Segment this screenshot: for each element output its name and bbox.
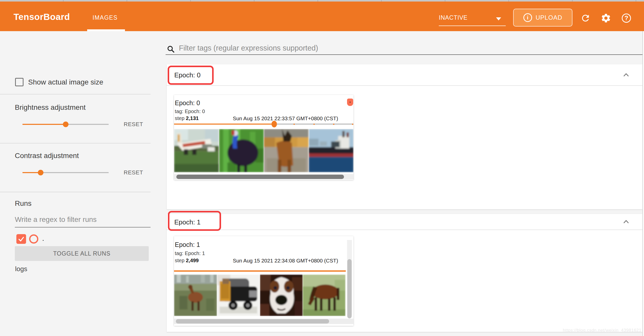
upload-button[interactable]: i UPLOAD [513,9,572,27]
step-tick [333,124,335,125]
divider [0,94,151,94]
app-title: TensorBoard [14,12,70,22]
slider-thumb[interactable] [63,122,68,127]
help-button[interactable]: ? [621,13,632,23]
run-directory-label: logs [15,265,27,273]
refresh-icon [580,13,591,23]
filter-tags-input[interactable] [179,44,613,52]
sample-image-antelope [264,129,309,172]
slider-fill [174,124,274,125]
vertical-scrollbar-thumb[interactable] [347,259,352,318]
sample-image-dog [260,274,303,316]
contrast-slider[interactable] [22,169,109,176]
section-header-epoch-1[interactable]: Epoch: 1 [167,214,642,230]
step-row: step 2,499 Sun Aug 15 2021 22:34:08 GMT+… [175,258,346,265]
divider [0,192,151,192]
app-toolbar: TensorBoard IMAGES INACTIVE i UPLOAD ? [0,2,644,31]
section-header-epoch-0[interactable]: Epoch: 0 [167,64,642,86]
runs-regex-input[interactable] [15,215,148,224]
run-pin-badge [347,99,353,106]
section-title: Epoch: 0 [174,71,201,79]
run-checkbox-checked[interactable] [16,234,26,244]
step-label: step [175,115,186,121]
image-card-epoch-1: Epoch: 1 tag: Epoch: 1 step 2,499 Sun Au… [174,236,353,326]
search-icon [167,45,175,53]
sample-image-strip [174,129,353,172]
section-title: Epoch: 1 [174,218,201,226]
step-value: 2,499 [186,258,199,263]
step-slider[interactable] [174,267,346,274]
step-tick [293,124,295,125]
status-dropdown-value: INACTIVE [439,14,467,21]
contrast-label: Contrast adjustment [15,152,79,160]
run-color-swatch[interactable] [29,234,38,244]
sample-image-cassowary [219,129,264,172]
runs-title: Runs [15,199,31,208]
step-slider[interactable] [174,121,353,128]
wall-time: Sun Aug 15 2021 22:34:08 GMT+0800 (CST) [233,258,346,264]
sample-image-deer [174,274,217,316]
sample-image-vintage-car [217,274,260,316]
image-card-epoch-0: Epoch: 0 tag: Epoch: 0 step 2,131 Sun Au… [174,95,353,180]
refresh-button[interactable] [580,13,591,23]
image-card-title: Epoch: 0 [175,99,200,107]
step-value: 2,131 [186,115,199,121]
step-label: step [175,258,186,263]
upload-button-label: UPLOAD [536,14,562,21]
collapse-chevron-up-icon[interactable] [623,218,630,225]
step-tick [352,124,353,125]
sample-image-ship [309,129,354,172]
chevron-down-icon [496,17,501,20]
slider-fill [22,124,66,125]
info-icon: i [523,13,532,22]
run-item-label: . [42,234,44,243]
brightness-slider[interactable] [22,121,109,128]
filter-input-underline [166,54,644,55]
tab-active-underline [87,29,125,31]
horizontal-scrollbar[interactable] [174,319,353,324]
brightness-reset-button[interactable]: RESET [124,121,143,128]
sample-image-airplane [174,129,219,172]
tab-images[interactable]: IMAGES [93,14,118,21]
horizontal-scrollbar-thumb[interactable] [176,319,329,323]
step-tick [313,124,315,125]
image-card-tag: tag: Epoch: 0 [175,109,205,114]
settings-sidebar: Show actual image size Brightness adjust… [0,31,165,336]
brightness-label: Brightness adjustment [15,103,86,112]
divider [0,143,151,143]
toggle-all-runs-button[interactable]: TOGGLE ALL RUNS [15,246,149,261]
collapse-chevron-up-icon[interactable] [623,71,630,79]
horizontal-scrollbar-thumb[interactable] [176,175,344,179]
status-dropdown[interactable]: INACTIVE [439,14,506,27]
image-card-title: Epoch: 1 [175,241,200,248]
contrast-reset-button[interactable]: RESET [124,169,143,176]
watermark-text: https://blog.csdn.net/weixin_43981621 [563,328,641,333]
slider-thumb[interactable] [271,121,277,127]
page-right-edge [642,31,644,336]
sample-image-strip [174,274,346,316]
slider-fill [174,270,346,272]
tensorboard-window: TensorBoard IMAGES INACTIVE i UPLOAD ? S… [0,0,644,336]
settings-button[interactable] [601,13,611,23]
show-actual-size-label: Show actual image size [28,78,103,86]
sample-image-horse [303,274,346,316]
show-actual-size-checkbox[interactable] [15,78,24,86]
vertical-scrollbar[interactable] [347,240,352,316]
status-dropdown-underline [439,26,506,26]
runs-input-underline [15,227,151,227]
slider-thumb[interactable] [38,170,43,175]
checkmark-icon [18,236,25,242]
help-icon: ? [622,14,631,23]
settings-gear-icon [601,13,611,23]
image-card-tag: tag: Epoch: 1 [175,250,205,256]
horizontal-scrollbar[interactable] [174,174,353,179]
